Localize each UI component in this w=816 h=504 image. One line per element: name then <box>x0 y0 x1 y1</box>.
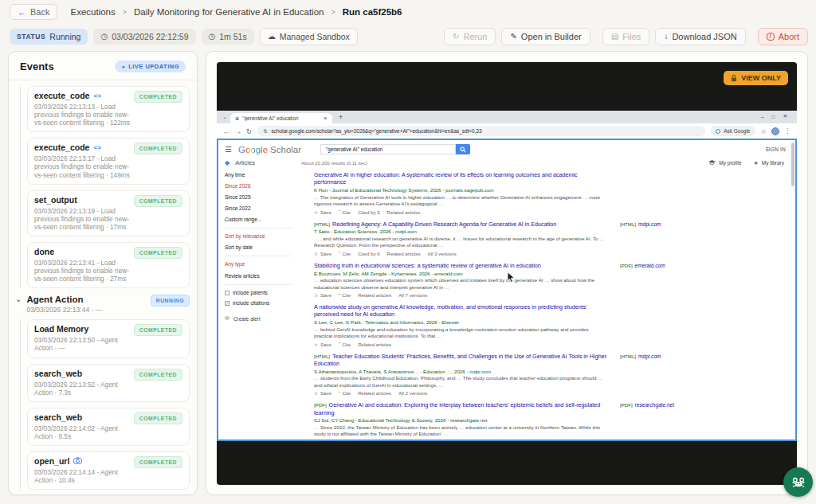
cited-by-link[interactable]: Cited by 8 <box>358 440 379 441</box>
new-tab-button[interactable]: + <box>339 113 343 121</box>
files-button[interactable]: ▤ Files <box>602 28 650 45</box>
my-library-link[interactable]: ★ My library <box>754 160 784 166</box>
page-scrollbar[interactable] <box>791 143 794 186</box>
result-title-link[interactable]: [HTML]Redefining Agency: A Capability-Dr… <box>314 221 607 228</box>
assistant-fab[interactable] <box>783 467 813 497</box>
cited-by-link[interactable]: Cited by 6 <box>358 251 379 256</box>
versions-link[interactable]: All 7 versions <box>398 292 427 298</box>
related-articles-link[interactable]: Related articles <box>358 390 391 396</box>
result-authors[interactable]: CJ Sui, CY Chang - Educational Technolog… <box>314 417 607 424</box>
browser-tab[interactable]: ⊕ "generative AI" education ✕ <box>230 113 332 123</box>
result-authors[interactable]: E Bouzoves, M Zelic, AM Zengde - Kyberne… <box>314 271 607 277</box>
related-articles-link[interactable]: Related articles <box>387 440 421 441</box>
download-json-button[interactable]: ↓ Download JSON <box>655 28 745 45</box>
include-citations-checkbox[interactable]: ✓ include citations <box>225 299 303 307</box>
site-settings-icon[interactable]: ⇅ <box>263 128 267 135</box>
result-side-link[interactable]: [PDF]researchgate.net <box>620 401 674 441</box>
filter-since-2026[interactable]: Since 2026 <box>225 182 303 190</box>
search-result-1: Generative AI in higher education: A sys… <box>314 171 792 215</box>
versions-link[interactable]: All 3 versions <box>428 251 457 256</box>
cite-link[interactable]: ”Cite <box>339 342 351 347</box>
event-card-execute-code-1[interactable]: execute_code<> 03/03/2026 22:13:13 - Loa… <box>27 86 190 132</box>
filter-any-type[interactable]: Any type <box>225 260 303 268</box>
filter-review-articles[interactable]: Review articles <box>225 272 303 280</box>
related-articles-link[interactable]: Related articles <box>387 209 421 215</box>
event-card-set-output[interactable]: set_output 03/03/2026 22:13:19 - Load pr… <box>27 190 190 236</box>
bookmark-star-icon[interactable]: ☆ <box>760 127 767 135</box>
event-card-search-web-1[interactable]: search_web 03/03/2026 22:13:52 - Agent A… <box>27 364 190 402</box>
abort-button[interactable]: ! Abort <box>758 28 808 45</box>
result-side-link[interactable]: [HTML]mdpi.com <box>620 221 661 256</box>
cite-link[interactable]: ”Cite <box>339 292 351 298</box>
sort-by-relevance[interactable]: Sort by relevance <box>225 232 303 240</box>
maximize-icon[interactable]: □ <box>772 114 775 119</box>
rerun-button[interactable]: ↻ Rerun <box>444 28 496 45</box>
chevron-down-icon[interactable]: ⌄ <box>15 295 22 303</box>
result-authors[interactable]: S Lee, C Lee, G Park - Telematics and In… <box>314 319 607 326</box>
back-button[interactable]: ← Back <box>10 4 57 20</box>
sort-by-date[interactable]: Sort by date <box>225 244 303 252</box>
search-input[interactable]: "generative AI" education <box>320 144 456 154</box>
related-articles-link[interactable]: Related articles <box>358 292 391 298</box>
result-authors[interactable]: K Hon - Journal of Educational Technolog… <box>314 187 607 193</box>
hamburger-menu-icon[interactable]: ☰ <box>225 145 232 154</box>
cite-link[interactable]: ”Cite <box>339 390 351 396</box>
versions-link[interactable]: All 2 versions <box>428 440 457 441</box>
result-title-link[interactable]: [HTML]Teacher Education Students' Practi… <box>314 353 607 367</box>
breadcrumb-executions[interactable]: Executions <box>70 7 115 17</box>
group-title: Agent Action <box>26 295 147 304</box>
close-window-icon[interactable]: ✕ <box>783 113 787 119</box>
breadcrumb-workflow[interactable]: Daily Monitoring for Generative AI in Ed… <box>134 7 324 17</box>
save-link[interactable]: ☆Save <box>314 342 332 347</box>
filter-custom-range[interactable]: Custom range... <box>225 216 303 224</box>
tab-close-icon[interactable]: ✕ <box>323 115 327 122</box>
event-card-search-web-2[interactable]: search_web 03/03/2026 22:14:02 - Agent A… <box>27 408 190 446</box>
agent-action-group-header[interactable]: ⌄ Agent Action 03/03/2026 22:13:44 · — R… <box>15 295 190 314</box>
sign-in-link[interactable]: SIGN IN <box>765 147 786 152</box>
related-articles-link[interactable]: Related articles <box>358 342 391 347</box>
result-title-link[interactable]: Stabilizing truth in educational science… <box>314 262 607 269</box>
event-card-open-url[interactable]: open_url 03/03/2026 22:14:14 - Agent Act… <box>27 451 190 490</box>
cited-by-link[interactable]: Cited by 3 <box>358 209 379 215</box>
result-title-link[interactable]: Generative AI in higher education: A sys… <box>314 171 607 186</box>
result-authors[interactable]: T Saito - Education Sciences, 2026 - mdp… <box>314 229 607 235</box>
nav-back-icon[interactable]: ← <box>223 127 230 135</box>
include-patents-checkbox[interactable]: include patents <box>225 289 303 297</box>
versions-link[interactable]: All 2 versions <box>398 390 427 396</box>
profile-avatar[interactable] <box>771 127 779 135</box>
browser-menu-icon[interactable]: ⋮ <box>784 127 790 135</box>
open-in-builder-button[interactable]: ✎ Open in Builder <box>501 28 590 45</box>
filter-since-2025[interactable]: Since 2025 <box>225 193 303 201</box>
address-bar[interactable]: ⇅ scholar.google.com/scholar?as_ylo=2026… <box>257 126 705 136</box>
event-card-load-memory[interactable]: Load Memory 03/03/2026 22:13:50 - Agent … <box>27 319 190 357</box>
related-articles-link[interactable]: Related articles <box>387 251 421 256</box>
cite-link[interactable]: ”Cite <box>339 251 351 256</box>
search-button[interactable] <box>456 144 470 154</box>
articles-nav[interactable]: ◆ Articles <box>225 159 301 166</box>
save-link[interactable]: ☆Save <box>314 390 332 396</box>
minimize-icon[interactable]: – <box>761 114 764 119</box>
reload-icon[interactable]: ↻ <box>246 127 252 135</box>
cite-link[interactable]: ”Cite <box>339 440 351 441</box>
cite-link[interactable]: ”Cite <box>339 209 351 215</box>
events-list[interactable]: execute_code<> 03/03/2026 22:13:13 - Loa… <box>9 80 197 491</box>
filter-since-2022[interactable]: Since 2022 <box>225 205 303 213</box>
result-authors[interactable]: S Athanassopoulos, A Tzavara, S Aravanti… <box>314 369 607 375</box>
result-side-link[interactable]: [HTML]mdpi.com <box>620 353 661 397</box>
save-link[interactable]: ☆Save <box>314 209 332 215</box>
save-link[interactable]: ☆Save <box>314 440 332 441</box>
save-link[interactable]: ☆Save <box>314 251 332 256</box>
event-card-execute-code-2[interactable]: execute_code<> 03/03/2026 22:13:17 - Loa… <box>27 138 190 184</box>
result-side-link[interactable]: [PDF]emerald.com <box>620 262 665 298</box>
nav-forward-icon[interactable]: → <box>235 127 242 135</box>
result-title-link[interactable]: A nationwide study on generative AI know… <box>314 303 607 318</box>
filter-any-time[interactable]: Any time <box>225 171 303 179</box>
my-profile-link[interactable]: My profile <box>708 160 741 166</box>
create-alert-link[interactable]: ✉ Create alert <box>225 315 303 323</box>
ask-google-button[interactable]: Ask Google <box>710 126 755 136</box>
event-card-done[interactable]: done 03/03/2026 22:13:41 - Load previous… <box>27 242 190 288</box>
scholar-logo[interactable]: Google Scholar <box>238 145 301 154</box>
tab-search-icon[interactable]: ⌄ <box>222 114 227 120</box>
save-link[interactable]: ☆Save <box>314 292 332 298</box>
result-title-link[interactable]: [PDF]Generative AI and education: Explor… <box>314 401 607 416</box>
